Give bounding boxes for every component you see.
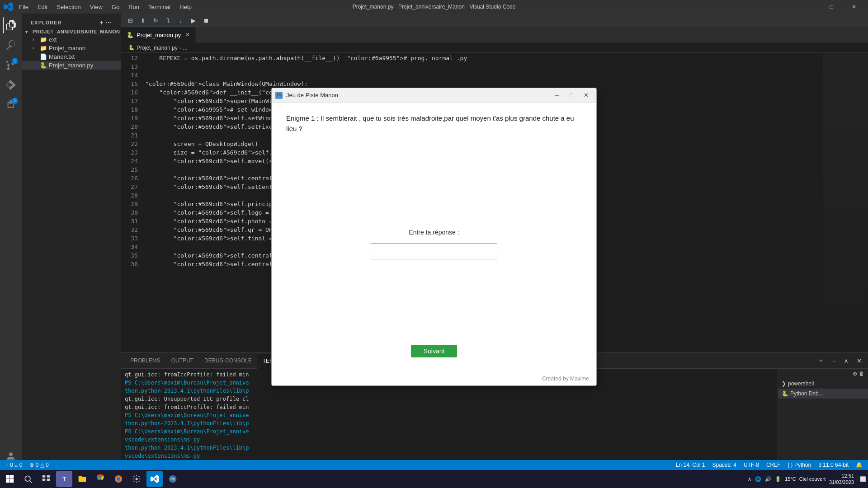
answer-input[interactable] <box>371 243 497 259</box>
tab-close-button[interactable]: ✕ <box>185 32 190 38</box>
menu-file[interactable]: File <box>14 2 33 12</box>
suivant-button[interactable]: Suivant <box>411 345 458 357</box>
dialog-body: Enigme 1 : Il semblerait , que tu sois t… <box>272 103 596 375</box>
more-panel-icon[interactable]: ··· <box>828 355 839 366</box>
up-arrow-icon[interactable]: ∧ <box>748 476 751 482</box>
line-numbers: 1213141516171819202122232425262728293031… <box>121 53 142 352</box>
volume-icon[interactable]: 🔊 <box>765 476 771 482</box>
dialog-maximize-button[interactable]: □ <box>565 91 578 100</box>
pause-icon[interactable]: ⏸ <box>137 15 148 26</box>
network-icon[interactable]: 🌐 <box>755 476 761 482</box>
powershell-panel[interactable]: ❯ powershell <box>778 379 868 389</box>
project-root[interactable]: ▾ PROJET_ANNIVERSAIRE_MANON <box>22 28 121 35</box>
svg-rect-5 <box>47 479 50 481</box>
app6-taskbar-icon[interactable] <box>128 471 145 487</box>
task-view-icon[interactable] <box>38 471 54 487</box>
new-file-icon[interactable]: + <box>99 19 104 26</box>
status-bar: ⑂ 0 △ 0 ⊗ 0 △ 0 Ln 14, Col 1 Spaces: 4 U… <box>0 460 868 470</box>
code-line <box>145 71 823 80</box>
svg-rect-3 <box>47 475 50 478</box>
dialog-title: Jeu de Piste Manon <box>286 92 550 99</box>
clock[interactable]: 12:51 31/03/2023 <box>829 473 854 486</box>
menu-go[interactable]: Go <box>107 2 124 12</box>
python-debug-panel[interactable]: 🐍 Python Deb... <box>778 389 868 399</box>
panel-up-icon[interactable]: ∧ <box>841 355 852 366</box>
more-actions-icon[interactable]: ··· <box>105 19 112 26</box>
menu-view[interactable]: View <box>85 2 107 12</box>
toolbar: ⊟ ⏸ ↻ ⤵ ↓ ▶ ⏹ <box>121 14 868 27</box>
step-into-icon[interactable]: ↓ <box>175 15 186 26</box>
svg-point-0 <box>25 476 30 481</box>
run-activity-icon[interactable] <box>3 77 19 93</box>
vscode-logo-icon <box>4 2 13 11</box>
close-button[interactable]: ✕ <box>844 0 864 14</box>
source-control-activity-icon[interactable]: 1 <box>3 57 19 73</box>
python-debug-icon: 🐍 <box>782 390 788 397</box>
sidebar-item-ext[interactable]: › 📁 ext <box>22 35 121 44</box>
cursor-position-status[interactable]: Ln 14, Col 1 <box>674 462 707 468</box>
python-breadcrumb-icon: 🐍 <box>128 45 135 51</box>
notifications-status[interactable]: 🔔 <box>854 462 864 468</box>
battery-icon[interactable]: 🔋 <box>775 476 781 482</box>
vscode-taskbar-icon[interactable] <box>146 471 163 487</box>
terminal-line: vscode\extensions\ms-py <box>125 452 774 460</box>
system-tray: ∧ 🌐 🔊 🔋 15°C Ciel couvert 12:51 31/03/20… <box>748 473 866 486</box>
menu-terminal[interactable]: Terminal <box>144 2 175 12</box>
explorer-taskbar-icon[interactable] <box>74 471 90 487</box>
minimap <box>823 53 868 352</box>
code-line: REPEXE = os.path.dirname(os.path.abspath… <box>145 54 823 62</box>
sidebar: EXPLORER + ··· ▾ PROJET_ANNIVERSAIRE_MAN… <box>22 14 121 488</box>
dialog-minimize-button[interactable]: ─ <box>550 91 564 100</box>
terminal-line: thon.python-2023.4.1\pythonFiles\lib\p <box>125 387 774 395</box>
weather-status: 15°C Ciel couvert <box>785 476 826 482</box>
start-button[interactable] <box>2 471 18 487</box>
python-version-status[interactable]: 3.11.0 64-bit <box>816 462 850 468</box>
dialog-input-area <box>286 243 582 259</box>
problems-status[interactable]: ⊗ 0 △ 0 <box>28 462 50 468</box>
tab-problems[interactable]: PROBLEMS <box>125 353 166 369</box>
layout-icon[interactable]: ⊟ <box>125 15 136 26</box>
code-line: "color:#569cd6">class MainWindow(QMainWi… <box>145 80 823 88</box>
tab-projet-manon-py[interactable]: 🐍 Projet_manon.py ✕ <box>121 27 196 42</box>
line-ending-status[interactable]: CRLF <box>764 462 782 468</box>
encoding-status[interactable]: UTF-8 <box>742 462 761 468</box>
stop-icon[interactable]: ⏹ <box>201 15 212 26</box>
python-taskbar-icon[interactable]: Py <box>165 471 181 487</box>
language-mode-status[interactable]: { } Python <box>786 462 813 468</box>
teams-taskbar-icon[interactable]: T <box>56 471 72 487</box>
menu-help[interactable]: Help <box>175 2 196 12</box>
indentation-status[interactable]: Spaces: 4 <box>711 462 738 468</box>
dialog-close-button[interactable]: ✕ <box>579 91 593 100</box>
search-taskbar-icon[interactable] <box>20 471 36 487</box>
terminal-icon: ❯ <box>782 380 786 387</box>
maximize-button[interactable]: □ <box>821 0 842 14</box>
trash-icon[interactable]: 🗑 <box>859 371 864 377</box>
sidebar-item-projet-manon[interactable]: › 📁 Projet_manon <box>22 44 121 52</box>
extensions-activity-icon[interactable]: 1 <box>3 97 19 113</box>
tab-output[interactable]: OUTPUT <box>166 353 199 369</box>
tab-debug-console[interactable]: DEBUG CONSOLE <box>199 353 257 369</box>
terminal-line: qt.gui.icc: Unsupported ICC profile cl <box>125 395 774 403</box>
menu-edit[interactable]: Edit <box>33 2 52 12</box>
explorer-activity-icon[interactable] <box>3 17 19 33</box>
folder-icon: 📁 <box>40 45 47 52</box>
restart-icon[interactable]: ↻ <box>150 15 161 26</box>
new-terminal-icon[interactable]: + <box>816 355 826 366</box>
continue-icon[interactable]: ▶ <box>188 15 199 26</box>
tab-bar: 🐍 Projet_manon.py ✕ <box>121 27 868 43</box>
sidebar-item-projet-manon-py[interactable]: 🐍 Projet_manon.py <box>22 61 121 70</box>
sidebar-item-manon-txt[interactable]: 📄 Manon.txt <box>22 52 121 61</box>
show-desktop-icon[interactable]: ⬜ <box>858 476 866 482</box>
svg-line-1 <box>30 481 32 483</box>
chrome-taskbar-icon[interactable] <box>92 471 108 487</box>
firefox-taskbar-icon[interactable] <box>110 471 127 487</box>
source-control-badge: 1 <box>12 58 18 64</box>
menu-run[interactable]: Run <box>124 2 144 12</box>
menu-selection[interactable]: Selection <box>52 2 85 12</box>
branch-status[interactable]: ⑂ 0 △ 0 <box>4 462 24 468</box>
split-terminal-icon[interactable]: ⊕ <box>853 371 857 377</box>
panel-close-icon[interactable]: ✕ <box>854 355 864 366</box>
step-over-icon[interactable]: ⤵ <box>163 15 174 26</box>
minimize-button[interactable]: ─ <box>798 0 819 14</box>
search-activity-icon[interactable] <box>3 37 19 53</box>
